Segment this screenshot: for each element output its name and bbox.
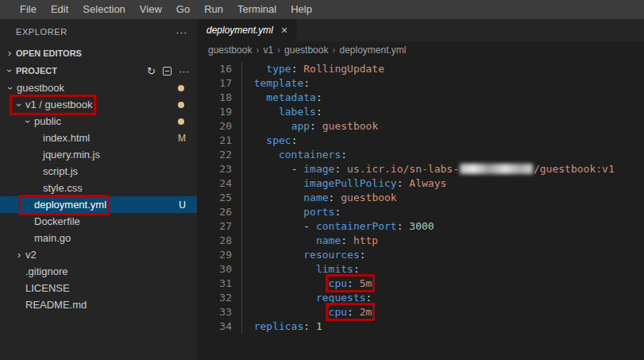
- tab-deployment-yml[interactable]: deployment.yml ×: [197, 19, 297, 41]
- code-token: replicas: [254, 320, 304, 332]
- open-editors-section[interactable]: › OPEN EDITORS: [0, 45, 197, 62]
- more-actions-icon[interactable]: ···: [175, 26, 187, 38]
- tree-item-script-js[interactable]: script.js: [0, 163, 197, 180]
- modified-dot-badge: [178, 118, 184, 125]
- item-label: jquery.min.js: [43, 149, 100, 161]
- tree-item-dockerfile[interactable]: Dockerfile: [0, 213, 197, 230]
- collapse-all-icon[interactable]: [163, 67, 172, 75]
- annotation-box: ›v1 / guestbook: [13, 98, 93, 112]
- line-number[interactable]: 16: [197, 62, 232, 76]
- code-token: spec: [266, 134, 291, 146]
- menu-help[interactable]: Help: [283, 0, 319, 19]
- line-number[interactable]: 34: [197, 319, 232, 334]
- code-line-24: 24 imagePullPolicy: Always: [197, 176, 644, 191]
- tree-item-guestbook[interactable]: ›guestbook: [0, 79, 197, 96]
- code-token: requests: [316, 292, 366, 304]
- item-label-wrap: main.go: [21, 231, 71, 246]
- item-label: v2: [25, 249, 37, 261]
- tree-item-readme-md[interactable]: README.md: [0, 296, 197, 313]
- menu-go[interactable]: Go: [169, 0, 197, 19]
- code-line-20: 20 app: guestbook: [197, 119, 644, 134]
- code-token: http: [347, 234, 378, 246]
- breadcrumb-item-deployment-yml[interactable]: deployment.yml: [339, 45, 406, 56]
- code-token: containerPort: [316, 220, 397, 232]
- code-token: :: [366, 292, 372, 304]
- tree-item-deployment-yml[interactable]: deployment.ymlU: [0, 196, 197, 213]
- tree-item-main-go[interactable]: main.go: [0, 230, 197, 246]
- breadcrumb-item-guestbook[interactable]: guestbook: [284, 45, 328, 56]
- line-number[interactable]: 21: [197, 134, 232, 148]
- line-number[interactable]: 23: [197, 162, 232, 176]
- tree-item-jquery-min-js[interactable]: jquery.min.js: [0, 146, 197, 163]
- menu-edit[interactable]: Edit: [44, 0, 75, 19]
- line-content: type: RollingUpdate: [232, 62, 384, 76]
- tree-item-license[interactable]: LICENSE: [0, 280, 197, 296]
- line-number[interactable]: 24: [197, 176, 232, 191]
- code-area[interactable]: 16 type: RollingUpdate17 template:18 met…: [197, 59, 644, 360]
- close-icon[interactable]: ×: [281, 25, 287, 36]
- line-number[interactable]: 17: [197, 76, 232, 91]
- chevron-right-icon: ›: [256, 45, 259, 56]
- tree-item-style-css[interactable]: style.css: [0, 180, 197, 196]
- menu-run[interactable]: Run: [197, 0, 230, 19]
- tree-item-gitignore[interactable]: .gitignore: [0, 263, 197, 280]
- item-label: README.md: [25, 299, 87, 311]
- breadcrumb-item-v1[interactable]: v1: [263, 45, 273, 56]
- tree-item-public[interactable]: ›public: [0, 113, 197, 130]
- code-token: :: [341, 149, 347, 161]
- code-line-17: 17 template:: [197, 76, 644, 91]
- item-label-wrap: README.md: [13, 298, 87, 312]
- code-token: :: [347, 277, 353, 289]
- line-number[interactable]: 26: [197, 205, 232, 219]
- line-number[interactable]: 27: [197, 219, 232, 234]
- code-token: :: [291, 134, 298, 146]
- line-content: - containerPort: 3000: [232, 219, 434, 234]
- code-token: :: [316, 91, 322, 103]
- line-number[interactable]: 31: [197, 277, 232, 291]
- code-token: ports: [303, 206, 334, 218]
- sidebar-header: EXPLORER ···: [0, 19, 197, 45]
- code-token: :: [334, 206, 341, 218]
- line-number[interactable]: 33: [197, 305, 232, 319]
- code-token: 5m: [353, 277, 372, 289]
- chevron-down-icon[interactable]: ›: [22, 115, 33, 128]
- menu-terminal[interactable]: Terminal: [230, 0, 283, 19]
- code-token: :: [397, 177, 403, 189]
- chevron-down-icon[interactable]: ›: [5, 82, 16, 95]
- line-number[interactable]: 30: [197, 262, 232, 277]
- tree-item-index-html[interactable]: index.htmlM: [0, 130, 197, 146]
- code-token: labels: [279, 106, 316, 118]
- project-section[interactable]: › PROJECT ↻ ···: [0, 62, 197, 79]
- item-label: .gitignore: [25, 265, 67, 277]
- chevron-right-icon[interactable]: ›: [13, 250, 25, 261]
- line-number[interactable]: 25: [197, 191, 232, 205]
- code-token: :: [341, 234, 347, 246]
- item-label: v1 / guestbook: [25, 99, 93, 110]
- line-number[interactable]: 22: [197, 148, 232, 162]
- item-label-wrap: .gitignore: [13, 265, 67, 279]
- tree-item-v1-guestbook[interactable]: ›v1 / guestbook: [0, 96, 197, 113]
- line-number[interactable]: 18: [197, 91, 232, 105]
- redacted-text: [460, 164, 533, 174]
- line-number[interactable]: 29: [197, 248, 232, 262]
- breadcrumb-item-guestbook[interactable]: guestbook: [208, 45, 252, 56]
- refresh-icon[interactable]: ↻: [147, 65, 156, 77]
- line-number[interactable]: 32: [197, 291, 232, 305]
- more-actions-icon[interactable]: ···: [179, 65, 189, 77]
- code-token: :: [397, 220, 403, 232]
- line-number[interactable]: 19: [197, 105, 232, 119]
- menu-selection[interactable]: Selection: [75, 0, 132, 19]
- menu-file[interactable]: File: [13, 0, 44, 19]
- editor-area: deployment.yml × guestbook›v1›guestbook›…: [197, 19, 644, 360]
- chevron-down-icon[interactable]: ›: [13, 99, 25, 111]
- code-token: name: [303, 192, 328, 203]
- menu-view[interactable]: View: [133, 0, 169, 19]
- item-label-wrap: ›v2: [13, 248, 37, 262]
- line-number[interactable]: 20: [197, 119, 232, 134]
- line-number[interactable]: 28: [197, 234, 232, 248]
- line-content: cpu: 5m: [232, 277, 372, 291]
- line-content: metadata:: [232, 91, 322, 105]
- code-token: containers: [279, 149, 341, 161]
- tree-item-v2[interactable]: ›v2: [0, 246, 197, 263]
- code-token: guestbook: [334, 192, 396, 203]
